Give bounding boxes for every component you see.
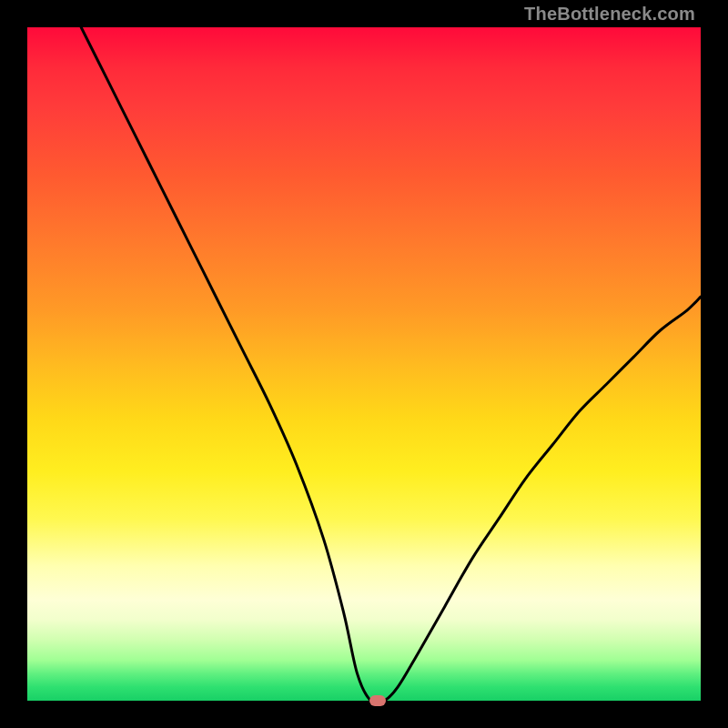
chart-frame: TheBottleneck.com — [0, 0, 728, 728]
optimum-marker — [369, 695, 386, 706]
bottleneck-curve — [27, 27, 701, 701]
plot-area — [27, 27, 701, 701]
watermark-text: TheBottleneck.com — [524, 4, 695, 25]
